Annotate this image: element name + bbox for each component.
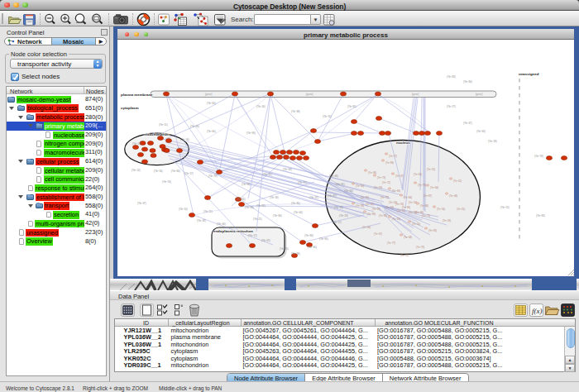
svg-text:(Yb~84): (Yb~84)	[304, 234, 313, 237]
svg-text:(Yb~14): (Yb~14)	[179, 208, 188, 211]
svg-text:(Yb~27): (Yb~27)	[447, 105, 456, 108]
svg-text:(Yn~75): (Yn~75)	[380, 196, 389, 199]
svg-text:(Yn~73): (Yn~73)	[377, 176, 385, 179]
svg-text:(Yn~56): (Yn~56)	[437, 208, 445, 211]
svg-text:(Yn~41): (Yn~41)	[453, 179, 462, 183]
svg-text:(Yn~97): (Yn~97)	[395, 174, 404, 178]
svg-text:(Yn~46): (Yn~46)	[362, 226, 371, 229]
svg-text:(Yb~18): (Yb~18)	[270, 196, 279, 199]
svg-text:[gene]: [gene]	[205, 93, 213, 96]
svg-text:f(x): f(x)	[532, 307, 543, 315]
svg-text:(Yn~15): (Yn~15)	[427, 168, 435, 171]
svg-text:(Yn~87): (Yn~87)	[423, 194, 432, 198]
svg-text:(Yb~15): (Yb~15)	[323, 115, 332, 118]
svg-text:(Yb~65): (Yb~65)	[237, 198, 246, 201]
svg-text:(Yb~17): (Yb~17)	[248, 234, 257, 237]
svg-text:(Yn~99): (Yn~99)	[367, 213, 376, 216]
svg-text:(Yb~51): (Yb~51)	[159, 123, 168, 127]
svg-text:[gene]: [gene]	[306, 93, 313, 96]
svg-text:(Yb~74): (Yb~74)	[162, 180, 171, 184]
svg-text:(Yb~21): (Yb~21)	[253, 218, 262, 221]
svg-text:(Yb~25): (Yb~25)	[500, 206, 510, 209]
svg-text:(Yb~23): (Yb~23)	[339, 214, 348, 218]
svg-text:(Yn~84): (Yn~84)	[404, 196, 412, 199]
svg-text:(Yn~83): (Yn~83)	[428, 229, 437, 232]
svg-text:cytoplasm: cytoplasm	[121, 106, 139, 110]
svg-text:(Yb~29): (Yb~29)	[190, 125, 199, 128]
svg-text:(Yb~33): (Yb~33)	[334, 206, 343, 209]
svg-text:(Yb~83): (Yb~83)	[447, 75, 456, 79]
svg-text:(Yb~81): (Yb~81)	[347, 105, 356, 108]
svg-text:(Yb~40): (Yb~40)	[217, 222, 226, 226]
svg-text:mitochondrion: mitochondrion	[144, 132, 170, 136]
svg-text:(Yn~68): (Yn~68)	[420, 204, 428, 208]
svg-text:(Yb~80): (Yb~80)	[273, 214, 282, 218]
svg-text:(Yb~34): (Yb~34)	[283, 168, 292, 171]
svg-text:(Yb~16): (Yb~16)	[180, 138, 189, 141]
svg-text:(Yb~84): (Yb~84)	[171, 170, 180, 173]
svg-text:(Yn~83): (Yn~83)	[379, 214, 387, 218]
svg-text:(Yb~37): (Yb~37)	[137, 202, 146, 205]
svg-text:(Yn~64): (Yn~64)	[430, 186, 438, 189]
svg-text:(Yb~38): (Yb~38)	[291, 252, 300, 256]
svg-text:(Yn~63): (Yn~63)	[385, 206, 394, 209]
svg-text:(Yb~60): (Yb~60)	[207, 130, 216, 133]
svg-text:(Yb~63): (Yb~63)	[476, 130, 486, 133]
svg-text:(Yb~47): (Yb~47)	[463, 122, 472, 125]
svg-text:(Yb~25): (Yb~25)	[280, 247, 289, 251]
svg-text:(Yb~78): (Yb~78)	[208, 174, 218, 178]
svg-text:(Yn~31): (Yn~31)	[397, 209, 405, 213]
svg-text:(Yb~64): (Yb~64)	[294, 211, 303, 214]
svg-text:(Yn~72): (Yn~72)	[382, 181, 390, 184]
svg-text:(Yn~73): (Yn~73)	[422, 214, 430, 218]
svg-text:(Yn~77): (Yn~77)	[387, 241, 395, 245]
svg-text:(Yn~19): (Yn~19)	[443, 219, 451, 222]
svg-text:(Yn~17): (Yn~17)	[389, 155, 397, 158]
svg-text:(Yb~60): (Yb~60)	[207, 102, 216, 105]
svg-text:(Yn~36): (Yn~36)	[368, 171, 376, 174]
svg-text:(Yn~63): (Yn~63)	[414, 173, 422, 176]
svg-text:(Yb~91): (Yb~91)	[263, 173, 272, 176]
svg-text:(Yb~21): (Yb~21)	[203, 210, 213, 213]
svg-text:(Yb~83): (Yb~83)	[242, 183, 251, 186]
svg-text:[gene]: [gene]	[476, 93, 483, 96]
svg-text:(Yn~69): (Yn~69)	[392, 189, 400, 193]
svg-text:(Yn~50): (Yn~50)	[356, 184, 364, 188]
svg-text:(Yb~56): (Yb~56)	[154, 170, 163, 173]
svg-text:(Yn~19): (Yn~19)	[366, 203, 374, 206]
svg-text:(Yb~83): (Yb~83)	[536, 214, 545, 218]
svg-text:(Yn~73): (Yn~73)	[416, 246, 424, 249]
svg-text:nucleus: nucleus	[396, 141, 410, 145]
svg-text:endoplasmic reticulum: endoplasmic reticulum	[213, 229, 253, 233]
svg-text:(Yb~38): (Yb~38)	[291, 110, 300, 113]
svg-text:(Yb~17): (Yb~17)	[333, 221, 342, 224]
svg-text:(Yb~28): (Yb~28)	[488, 140, 497, 143]
svg-text:(Yn~95): (Yn~95)	[361, 196, 369, 199]
svg-text:plasma membrane: plasma membrane	[121, 93, 153, 97]
svg-text:(Yb~80): (Yb~80)	[291, 202, 300, 205]
svg-text:unassigned: unassigned	[519, 72, 539, 76]
svg-text:(Yb~18): (Yb~18)	[197, 219, 206, 222]
svg-text:(Yb~93): (Yb~93)	[246, 131, 256, 135]
svg-text:(Yn~48): (Yn~48)	[404, 236, 412, 239]
svg-text:(Yn~78): (Yn~78)	[418, 184, 426, 187]
svg-text:(Yn~67): (Yn~67)	[374, 232, 382, 236]
svg-text:(Yb~84): (Yb~84)	[463, 80, 472, 84]
svg-text:(Yb~90): (Yb~90)	[319, 237, 328, 241]
svg-text:(Yn~33): (Yn~33)	[356, 204, 364, 208]
svg-text:(Yb~79): (Yb~79)	[534, 155, 543, 158]
svg-text:(Yb~84): (Yb~84)	[344, 189, 353, 193]
svg-text:(Yb~49): (Yb~49)	[329, 174, 338, 178]
svg-text:(Yb~63): (Yb~63)	[245, 206, 254, 209]
svg-text:(Yb~90): (Yb~90)	[308, 246, 317, 249]
svg-text:(Yb~97): (Yb~97)	[328, 194, 337, 198]
svg-text:(Yb~82): (Yb~82)	[256, 204, 266, 208]
svg-text:(Yn~48): (Yn~48)	[449, 194, 457, 198]
svg-text:(Yn~53): (Yn~53)	[400, 254, 409, 257]
svg-text:(Yn~41): (Yn~41)	[392, 218, 400, 221]
svg-text:(Yb~19): (Yb~19)	[132, 142, 141, 146]
svg-text:(Yn~20): (Yn~20)	[412, 222, 420, 226]
svg-text:(Yn~81): (Yn~81)	[372, 208, 380, 211]
svg-text:(Yb~22): (Yb~22)	[309, 196, 318, 199]
svg-text:(Yb~57): (Yb~57)	[298, 181, 307, 184]
